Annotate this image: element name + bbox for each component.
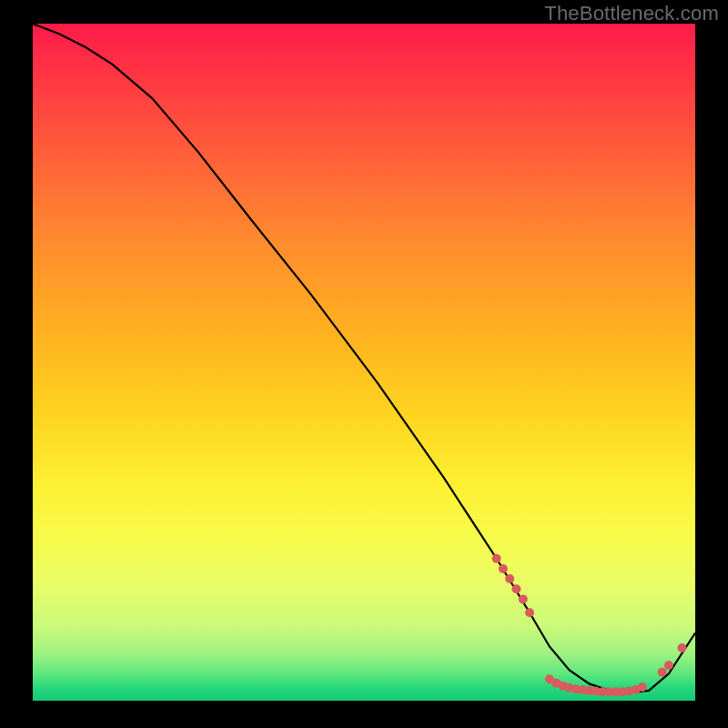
curve-svg: [33, 24, 695, 701]
curve-dot: [638, 682, 647, 692]
curve-dot: [677, 643, 686, 652]
plot-area: [33, 24, 695, 701]
bottleneck-curve: [33, 24, 695, 693]
curve-dot: [505, 574, 514, 583]
curve-dot: [511, 584, 521, 593]
curve-dot: [492, 554, 501, 563]
curve-dot: [658, 668, 667, 677]
curve-dot: [499, 564, 508, 573]
curve-dot: [519, 594, 528, 603]
curve-dot: [664, 661, 673, 670]
watermark-label: TheBottleneck.com: [544, 2, 719, 25]
chart-stage: TheBottleneck.com: [0, 0, 728, 728]
curve-dot: [525, 608, 534, 617]
curve-dots: [492, 554, 687, 697]
